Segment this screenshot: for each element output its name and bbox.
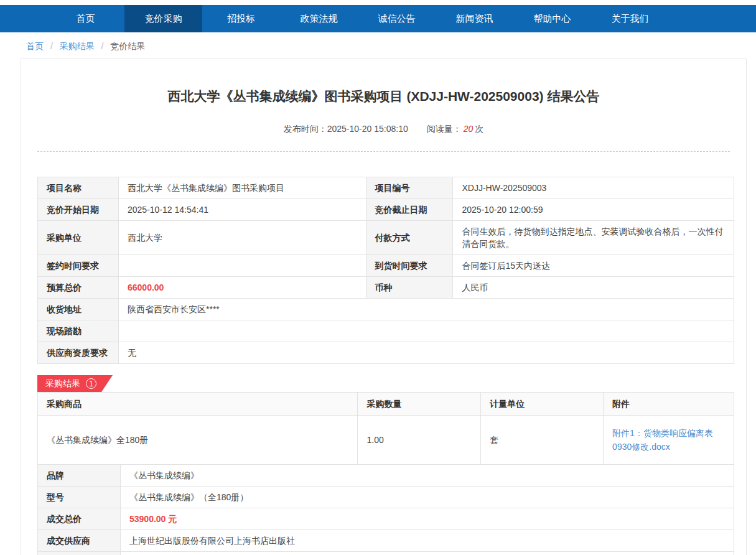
badge-count: 1 [86,378,96,389]
table-row: 成交总价 53900.00 元 [38,508,734,530]
table-row: 竞价开始日期 2025-10-12 14:54:41 竞价截止日期 2025-1… [38,199,734,221]
nav-spacer [0,5,47,32]
nav-tab-about-us[interactable]: 关于我们 [591,5,669,32]
page-title: 西北大学《丛书集成续编》图书采购项目 (XDJJ-HW-202509003) 结… [37,88,730,105]
field-label: 成交供应商 [38,530,121,552]
field-value: 《丛书集成续编》（全180册） [121,487,734,508]
field-label: 到货时间要求 [366,255,453,277]
article-meta: 发布时间：2025-10-20 15:08:10阅读量：20次 [37,124,730,135]
attachment-link[interactable]: 附件1：货物类响应偏离表0930修改.docx [612,426,725,454]
table-row: 《丛书集成续编》全180册 1.00 套 附件1：货物类响应偏离表0930修改.… [38,416,734,465]
nav-tab-news[interactable]: 新闻资讯 [436,5,513,32]
purchase-result-badge: 采购结果 1 [37,375,113,392]
table-header-row: 采购商品 采购数量 计量单位 附件 [38,393,734,416]
field-label: 预算总价 [38,277,119,299]
column-header: 采购商品 [38,393,358,416]
views-count: 20 [464,124,474,134]
field-label: 币种 [366,277,453,299]
column-header: 附件 [604,393,734,416]
views-unit: 次 [475,124,483,134]
field-value: 西北大学 [118,221,366,255]
publish-time-label: 发布时间： [284,124,327,134]
field-label: 品牌 [38,465,121,487]
field-value: 合同生效后，待货物到达指定地点、安装调试验收合格后，一次性付清合同货款。 [453,221,734,255]
views-label: 阅读量： [427,124,462,134]
nav-tab-bidding-purchase[interactable]: 竞价采购 [124,5,202,32]
purchase-quantity: 1.00 [358,416,481,465]
breadcrumb-current: 竞价结果 [110,41,145,51]
table-row: 品牌 《丛书集成续编》 [38,465,734,487]
field-label: 型号 [38,487,121,508]
table-row: 现场踏勘 [38,320,734,342]
field-label: 供应商资质要求 [38,342,119,364]
dashed-divider [37,151,730,152]
field-label: 采购单位 [38,221,119,255]
table-row: 采购单位 西北大学 付款方式 合同生效后，待货物到达指定地点、安装调试验收合格后… [38,221,734,255]
nav-tab-tendering[interactable]: 招投标 [202,5,280,32]
measure-unit: 套 [481,416,604,465]
breadcrumb-purchase-results[interactable]: 采购结果 [60,41,95,51]
field-label: 付款方式 [366,221,453,255]
publish-time-value: 2025-10-20 15:08:10 [327,124,408,134]
table-row: 质保及售后服务 质保期：自验收合格之日起1年。质保期内如有质量问题，供应商无条件… [38,552,734,555]
column-header: 计量单位 [481,393,604,416]
breadcrumb: 首页 / 采购结果 / 竞价结果 [0,32,756,58]
table-row: 型号 《丛书集成续编》（全180册） [38,487,734,508]
field-label: 成交总价 [38,508,121,530]
column-header: 采购数量 [358,393,481,416]
nav-tab-help-center[interactable]: 帮助中心 [513,5,591,32]
deal-total-price: 53900.00 元 [121,508,734,530]
breadcrumb-separator: / [101,41,104,51]
breadcrumb-separator: / [50,41,53,51]
field-label: 收货地址 [38,299,119,320]
purchase-result-table: 采购商品 采购数量 计量单位 附件 《丛书集成续编》全180册 1.00 套 附… [37,392,734,465]
product-name: 《丛书集成续编》全180册 [38,416,358,465]
field-value: XDJJ-HW-202509003 [453,177,734,199]
field-label: 竞价截止日期 [366,199,453,221]
field-label: 签约时间要求 [38,255,119,277]
breadcrumb-home[interactable]: 首页 [26,41,44,51]
field-value: 无 [118,342,734,364]
field-value [118,320,734,342]
field-label: 现场踏勘 [38,320,119,342]
field-value: 上海世纪出版股份有限公司上海书店出版社 [121,530,734,552]
announcement-card: 西北大学《丛书集成续编》图书采购项目 (XDJJ-HW-202509003) 结… [21,58,747,555]
field-value: 人民币 [453,277,734,299]
table-row: 预算总价 66000.00 币种 人民币 [38,277,734,299]
field-label: 质保及售后服务 [38,552,121,555]
field-label: 竞价开始日期 [38,199,119,221]
project-info-table: 项目名称 西北大学《丛书集成续编》图书采购项目 项目编号 XDJJ-HW-202… [37,177,734,364]
table-row: 供应商资质要求 无 [38,342,734,364]
field-value [118,255,366,277]
table-row: 签约时间要求 到货时间要求 合同签订后15天内送达 [38,255,734,277]
table-row: 收货地址 陕西省西安市长安区**** [38,299,734,320]
field-value: 合同签订后15天内送达 [453,255,734,277]
table-row: 成交供应商 上海世纪出版股份有限公司上海书店出版社 [38,530,734,552]
nav-tab-integrity-notices[interactable]: 诚信公告 [358,5,436,32]
nav-tab-home[interactable]: 首页 [47,5,124,32]
deal-detail-table: 品牌 《丛书集成续编》 型号 《丛书集成续编》（全180册） 成交总价 5390… [37,464,734,555]
field-label: 项目编号 [366,177,453,199]
field-value: 2025-10-20 12:00:59 [453,199,734,221]
main-nav: 首页 竞价采购 招投标 政策法规 诚信公告 新闻资讯 帮助中心 关于我们 [0,5,756,32]
field-value: 西北大学《丛书集成续编》图书采购项目 [118,177,366,199]
budget-total-value: 66000.00 [118,277,366,299]
field-value: 质保期：自验收合格之日起1年。质保期内如有质量问题，供应商无条件免费更换。质保期… [121,552,734,555]
field-value: 2025-10-12 14:54:41 [118,199,366,221]
table-row: 项目名称 西北大学《丛书集成续编》图书采购项目 项目编号 XDJJ-HW-202… [38,177,734,199]
badge-label: 采购结果 [45,378,80,389]
field-value: 《丛书集成续编》 [121,465,734,487]
nav-tab-policies[interactable]: 政策法规 [280,5,358,32]
field-value: 陕西省西安市长安区**** [118,299,734,320]
field-label: 项目名称 [38,177,119,199]
